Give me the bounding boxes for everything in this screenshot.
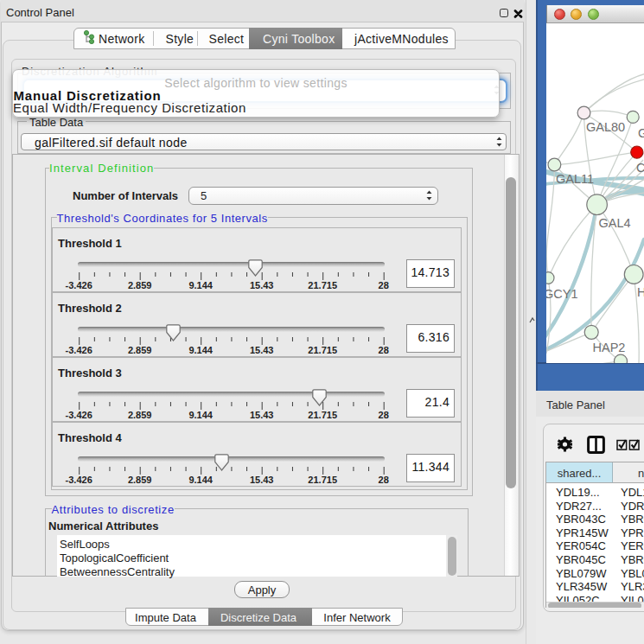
svg-text:HAP2: HAP2 (593, 341, 626, 354)
svg-text:H: H (637, 285, 644, 299)
svg-text:GAL11: GAL11 (556, 172, 594, 186)
svg-text:GAL4: GAL4 (599, 216, 631, 230)
svg-text:C: C (636, 161, 644, 175)
svg-text:GA: GA (638, 126, 644, 140)
svg-text:GAL80: GAL80 (586, 120, 625, 134)
svg-text:GCY1: GCY1 (546, 287, 578, 301)
